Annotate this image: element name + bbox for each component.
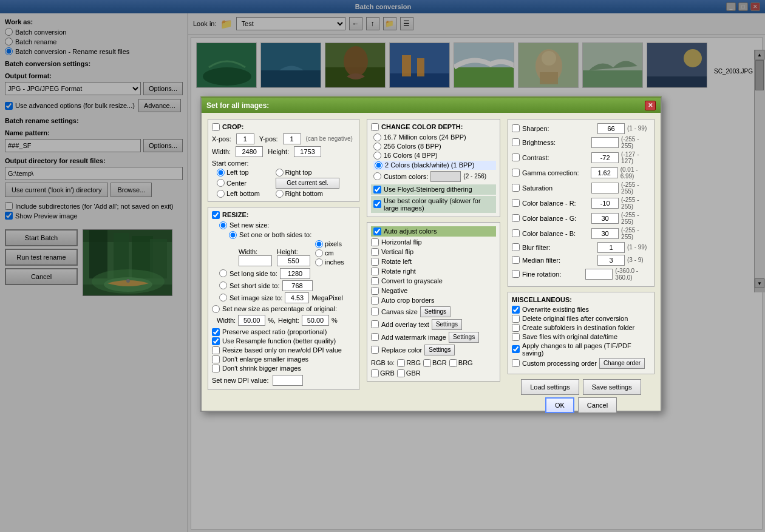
bgr-label[interactable]: BGR	[423, 359, 447, 367]
resize-dpi-cb[interactable]	[212, 346, 220, 354]
dont-enlarge-cb[interactable]	[212, 355, 220, 363]
watermark-cb[interactable]	[371, 333, 379, 341]
rotate-left-cb[interactable]	[371, 258, 379, 266]
use-resample-label[interactable]: Use Resample function (better quality)	[212, 337, 355, 345]
color-b-cb[interactable]	[512, 229, 520, 237]
contrast-input[interactable]	[591, 152, 619, 163]
median-input[interactable]	[597, 255, 625, 266]
gbr-label[interactable]: GBR	[397, 369, 421, 377]
width-pct-input[interactable]	[238, 315, 265, 326]
sharpen-input[interactable]	[597, 123, 625, 134]
delete-orig-cb[interactable]	[512, 315, 520, 323]
mp-input[interactable]	[285, 292, 309, 303]
floyd-cb[interactable]	[373, 186, 381, 194]
grayscale-cb[interactable]	[371, 277, 379, 285]
dont-shrink-cb[interactable]	[212, 365, 220, 372]
blur-input[interactable]	[597, 242, 625, 253]
load-settings-btn[interactable]: Load settings	[521, 379, 579, 395]
create-subfolders-cb[interactable]	[512, 324, 520, 332]
left-bottom-radio[interactable]: Left bottom	[217, 190, 274, 198]
crop-width-input[interactable]	[236, 146, 263, 157]
gamma-cb[interactable]	[512, 169, 520, 177]
overwrite-cb[interactable]	[512, 306, 520, 314]
custom-order-cb[interactable]	[512, 359, 520, 367]
short-side-radio[interactable]	[219, 281, 227, 289]
right-bottom-radio[interactable]: Right bottom	[276, 190, 340, 198]
replace-settings-btn[interactable]: Settings	[424, 345, 455, 355]
color-r-input[interactable]	[591, 198, 619, 209]
apply-changes-cb[interactable]	[512, 345, 520, 353]
resize-width-input[interactable]	[239, 255, 272, 266]
modal-close-btn[interactable]: ✕	[645, 101, 656, 110]
brightness-input[interactable]	[591, 137, 619, 148]
c2-radio[interactable]: 2 Colors (black/white) (1 BPP)	[373, 161, 496, 170]
cm-radio[interactable]: cm	[315, 249, 344, 257]
preserve-aspect-label[interactable]: Preserve aspect ratio (proportional)	[212, 328, 355, 336]
crop-checkbox[interactable]	[212, 123, 220, 131]
cancel-modal-btn[interactable]: Cancel	[578, 397, 617, 413]
pct-radio[interactable]: Set new size as percentage of original:	[212, 305, 355, 313]
color-g-cb[interactable]	[512, 214, 520, 222]
contrast-cb[interactable]	[512, 153, 520, 161]
save-date-cb[interactable]	[512, 333, 520, 341]
custom-colors-input[interactable]	[430, 171, 461, 182]
save-settings-btn[interactable]: Save settings	[583, 379, 641, 395]
saturation-input[interactable]	[591, 183, 619, 194]
overlay-settings-btn[interactable]: Settings	[432, 319, 462, 330]
xpos-input[interactable]	[236, 133, 254, 144]
set-one-both-radio[interactable]: Set one or both sides to:	[229, 231, 355, 239]
canvas-cb[interactable]	[371, 308, 379, 315]
get-current-btn[interactable]: Get current sel.	[276, 178, 340, 189]
c16m-radio[interactable]: 16.7 Million colors (24 BPP)	[373, 133, 496, 141]
h-flip-cb[interactable]	[371, 238, 379, 246]
quality-cb[interactable]	[373, 200, 381, 208]
ok-btn[interactable]: OK	[545, 397, 574, 413]
long-side-radio[interactable]	[219, 269, 227, 277]
mp-radio[interactable]	[219, 294, 227, 301]
c256-radio[interactable]: 256 Colors (8 BPP)	[373, 143, 496, 150]
ypos-input[interactable]	[283, 133, 301, 144]
v-flip-cb[interactable]	[371, 248, 379, 256]
brightness-cb[interactable]	[512, 138, 520, 146]
resize-checkbox[interactable]	[212, 211, 220, 219]
auto-crop-cb[interactable]	[371, 297, 379, 305]
canvas-settings-btn[interactable]: Settings	[420, 306, 450, 317]
watermark-settings-btn[interactable]: Settings	[449, 332, 479, 343]
saturation-cb[interactable]	[512, 184, 520, 192]
blur-cb[interactable]	[512, 243, 520, 251]
fine-rot-cb[interactable]	[512, 270, 520, 278]
crop-height-input[interactable]	[294, 146, 321, 157]
dont-shrink-label[interactable]: Don't shrink bigger images	[212, 365, 355, 372]
median-cb[interactable]	[512, 256, 520, 264]
color-r-cb[interactable]	[512, 199, 520, 207]
auto-adjust-cb[interactable]	[373, 227, 381, 235]
rbg-label[interactable]: RBG	[397, 359, 421, 367]
change-order-btn[interactable]: Change order	[599, 358, 645, 369]
height-pct-input[interactable]	[302, 315, 329, 326]
pixels-radio[interactable]: pixels	[315, 240, 344, 248]
dpi-input[interactable]	[273, 375, 303, 386]
brg-label[interactable]: BRG	[449, 359, 473, 367]
gamma-input[interactable]	[591, 167, 618, 178]
right-top-radio[interactable]: Right top	[276, 169, 340, 177]
long-side-input[interactable]	[280, 268, 310, 279]
color-depth-checkbox[interactable]	[371, 123, 379, 131]
quality-label[interactable]: Use best color quality (slower for large…	[371, 196, 496, 213]
left-top-radio[interactable]: Left top	[217, 169, 274, 177]
center-radio[interactable]: Center	[217, 178, 274, 189]
preserve-aspect-cb[interactable]	[212, 328, 220, 336]
dont-enlarge-label[interactable]: Don't enlarge smaller images	[212, 355, 355, 363]
replace-color-cb[interactable]	[371, 346, 379, 354]
negative-cb[interactable]	[371, 287, 379, 295]
resize-dpi-label[interactable]: Resize based only on new/old DPI value	[212, 346, 355, 354]
inches-radio[interactable]: inches	[315, 258, 344, 266]
color-b-input[interactable]	[591, 228, 619, 239]
short-side-input[interactable]	[282, 280, 313, 291]
use-resample-cb[interactable]	[212, 337, 220, 345]
rotate-right-cb[interactable]	[371, 268, 379, 275]
overlay-cb[interactable]	[371, 320, 379, 328]
floyd-label[interactable]: Use Floyd-Steinberg dithering	[371, 184, 496, 195]
c16-radio[interactable]: 16 Colors (4 BPP)	[373, 152, 496, 160]
set-new-size-radio[interactable]: Set new size:	[219, 221, 355, 229]
resize-height-input[interactable]	[277, 255, 310, 266]
